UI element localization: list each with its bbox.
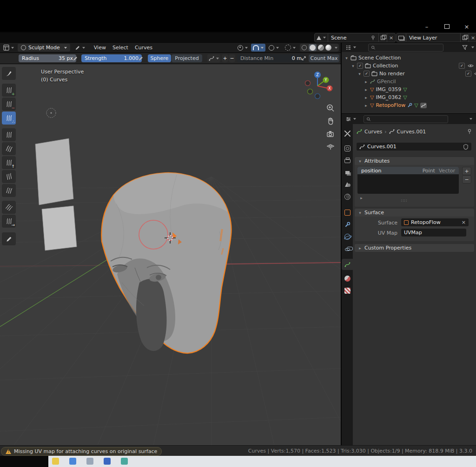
viewport-canvas[interactable] bbox=[0, 64, 341, 445]
outliner-row-collection[interactable]: ▾ ✓ Collection ✓ bbox=[342, 62, 476, 70]
outliner-row-scene-collection[interactable]: ▾ Scene Collection bbox=[342, 54, 476, 62]
shading-material-button[interactable] bbox=[318, 45, 324, 51]
gizmos-toggle[interactable] bbox=[283, 44, 298, 52]
shading-rendered-button[interactable] bbox=[325, 45, 331, 51]
chevron-down-icon[interactable] bbox=[469, 118, 472, 120]
mode-selector[interactable]: Sculpt Mode bbox=[18, 44, 70, 52]
eye-icon[interactable] bbox=[474, 71, 476, 76]
falloff-add-button[interactable]: + bbox=[222, 54, 228, 62]
unlink-scene-button[interactable]: × bbox=[387, 33, 396, 42]
breadcrumb-root[interactable]: Curves bbox=[364, 129, 382, 135]
panel-grip[interactable]: ∷∷ bbox=[401, 198, 407, 203]
expand-arrow-icon[interactable]: ▾ bbox=[351, 64, 355, 68]
tab-object-data[interactable] bbox=[342, 259, 353, 270]
tool-delete[interactable]: − bbox=[2, 98, 16, 111]
ortho-toggle-button[interactable] bbox=[325, 142, 336, 152]
tool-snake-hook[interactable] bbox=[2, 142, 16, 155]
tool-smooth[interactable] bbox=[2, 201, 16, 214]
clear-icon[interactable]: × bbox=[462, 219, 466, 225]
outliner-row-img-0359[interactable]: ▸ ▽ IMG_0359 ▽ bbox=[342, 86, 476, 93]
taskbar-icon[interactable] bbox=[104, 458, 111, 465]
outliner-item-label[interactable]: RetopoFlow bbox=[376, 102, 405, 108]
breadcrumb-leaf[interactable]: Curves.001 bbox=[397, 129, 426, 135]
radius-slider[interactable]: Radius 35 px bbox=[19, 54, 76, 62]
collection-checkbox[interactable]: ✓ bbox=[364, 71, 370, 77]
projected-toggle[interactable]: Projected bbox=[172, 54, 202, 62]
taskbar-icon[interactable] bbox=[69, 458, 76, 465]
attributes-footer-expand-icon[interactable]: ▸ bbox=[359, 196, 364, 200]
menu-curves[interactable]: Curves bbox=[132, 43, 156, 52]
axis-x-negative[interactable] bbox=[305, 81, 311, 86]
tab-material[interactable] bbox=[342, 273, 353, 284]
properties-editor-type-button[interactable] bbox=[344, 115, 358, 123]
reference-plane-1[interactable] bbox=[35, 138, 73, 205]
tool-slide[interactable]: → bbox=[2, 215, 16, 228]
taskbar-icon[interactable] bbox=[52, 458, 59, 465]
outliner-row-gpencil[interactable]: ▸ GPencil bbox=[342, 78, 476, 86]
filter-icon[interactable] bbox=[462, 45, 468, 50]
tab-render[interactable] bbox=[342, 143, 353, 154]
tool-selection-paint[interactable] bbox=[2, 67, 16, 80]
data-name-field[interactable]: Curves.001 bbox=[357, 143, 471, 151]
strength-slider[interactable]: Strength 1.000 bbox=[81, 54, 142, 62]
strength-pressure-button[interactable] bbox=[137, 54, 145, 62]
eye-icon[interactable] bbox=[468, 63, 474, 68]
sphere-toggle[interactable]: Sphere bbox=[148, 54, 171, 62]
distance-min-field[interactable]: Distance Min 0 m bbox=[237, 54, 305, 62]
outliner-item-label[interactable]: Scene Collection bbox=[358, 55, 401, 61]
expand-arrow-icon[interactable]: ▸ bbox=[364, 87, 368, 92]
outliner-search-input[interactable] bbox=[377, 45, 441, 51]
surface-object-field[interactable]: RetopoFlow × bbox=[401, 218, 469, 226]
minimize-button[interactable]: – bbox=[420, 22, 434, 31]
tool-density[interactable]: ∴ bbox=[2, 112, 16, 125]
camera-view-button[interactable] bbox=[325, 129, 336, 139]
exclude-checkbox[interactable]: ✓ bbox=[459, 63, 465, 69]
expand-arrow-icon[interactable]: ▾ bbox=[344, 56, 349, 60]
shading-solid-button[interactable] bbox=[309, 44, 317, 51]
tool-add[interactable]: + bbox=[2, 84, 16, 97]
outliner-item-label[interactable]: IMG_0359 bbox=[376, 86, 401, 92]
pivot-point-dropdown[interactable] bbox=[236, 44, 250, 52]
custom-properties-header[interactable]: ▸ Custom Properties bbox=[355, 244, 474, 252]
outliner-row-retopoflow[interactable]: ▸ ▽ RetopoFlow ▽ bbox=[342, 101, 476, 109]
expand-arrow-icon[interactable]: ▸ bbox=[364, 95, 368, 100]
attribute-row-position[interactable]: position Point Vector bbox=[357, 167, 459, 174]
outliner-row-img-0362[interactable]: ▸ ▽ IMG_0362 ▽ bbox=[342, 93, 476, 101]
expand-arrow-icon[interactable]: ▾ bbox=[357, 72, 362, 76]
pan-hand-button[interactable] bbox=[325, 116, 336, 126]
view-layer-field[interactable]: View Layer bbox=[406, 33, 461, 42]
axis-y-negative[interactable] bbox=[308, 89, 313, 94]
chevron-down-icon[interactable] bbox=[471, 46, 474, 48]
menu-select[interactable]: Select bbox=[109, 43, 132, 52]
restore-button[interactable] bbox=[440, 22, 454, 31]
taskbar-icon[interactable] bbox=[121, 458, 128, 465]
tab-modifiers[interactable] bbox=[342, 219, 353, 230]
tab-object[interactable] bbox=[342, 207, 353, 218]
outliner-search[interactable] bbox=[368, 44, 443, 52]
tab-world[interactable] bbox=[342, 191, 353, 202]
new-scene-button[interactable] bbox=[379, 33, 387, 42]
tab-view-layer[interactable] bbox=[342, 167, 353, 178]
scene-name-field[interactable]: Scene bbox=[328, 33, 379, 42]
tab-constraints[interactable] bbox=[342, 243, 353, 254]
tab-output[interactable] bbox=[342, 155, 353, 166]
tab-tool[interactable] bbox=[342, 128, 353, 139]
tool-puff[interactable] bbox=[2, 184, 16, 197]
properties-search-input[interactable] bbox=[373, 116, 445, 122]
radius-pressure-button[interactable] bbox=[71, 54, 79, 62]
remove-view-layer-button[interactable]: × bbox=[469, 33, 476, 42]
tab-scene[interactable] bbox=[342, 179, 353, 190]
attributes-panel-header[interactable]: ▾ Attributes bbox=[355, 157, 474, 165]
properties-search[interactable] bbox=[364, 115, 448, 123]
view-layer-icon-button[interactable] bbox=[396, 33, 406, 42]
tool-annotate[interactable] bbox=[2, 232, 16, 245]
new-view-layer-button[interactable] bbox=[461, 33, 469, 42]
grease-pencil-button[interactable] bbox=[73, 44, 87, 52]
outliner-item-label[interactable]: No render bbox=[379, 71, 405, 77]
expand-arrow-icon[interactable]: ▸ bbox=[364, 103, 368, 108]
tool-comb[interactable] bbox=[2, 128, 16, 141]
expand-button[interactable] bbox=[300, 54, 307, 62]
exclude-checkbox[interactable]: ✓ bbox=[465, 71, 471, 77]
menu-view[interactable]: View bbox=[91, 43, 109, 52]
attribute-add-button[interactable]: + bbox=[462, 167, 471, 175]
